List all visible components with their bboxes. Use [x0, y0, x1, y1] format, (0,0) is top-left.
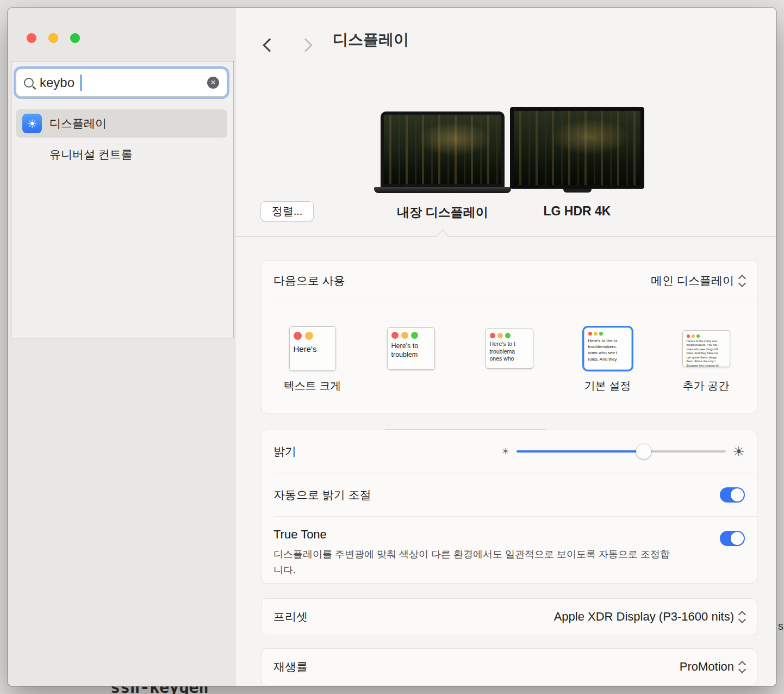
resolution-option-label: 텍스트 크게 [284, 379, 341, 393]
resolution-option-label: 기본 설정 [584, 379, 631, 393]
window-dot-icon [696, 334, 700, 338]
resolution-option-label: 추가 공간 [683, 379, 730, 393]
preview-text: Here's to the crazy one [687, 339, 726, 343]
search-input[interactable]: keybo [16, 69, 227, 97]
preview-text: Because they change th [687, 364, 726, 367]
window-dot-icon [588, 332, 592, 336]
auto-brightness-toggle[interactable] [720, 487, 745, 503]
close-button[interactable] [27, 33, 36, 43]
window-dot-icon [687, 334, 690, 338]
resolution-option-larger-text[interactable]: Here's 텍스트 크게 [288, 324, 338, 393]
search-icon [24, 78, 34, 88]
preset-label: 프리셋 [273, 609, 308, 624]
preview-text: Here's to the cr [588, 338, 627, 344]
preset-value: Apple XDR Display (P3-1600 nits) [554, 610, 734, 624]
resolution-card: 다음으로 사용 메인 디스플레이 Here's 텍스트 크게 [261, 260, 757, 413]
background-edge-text: s [778, 620, 783, 633]
resolution-options: Here's 텍스트 크게 Here's to troublem [262, 301, 757, 393]
preview-text: ones who [490, 355, 529, 363]
system-settings-window: keybo 디스플레이 유니버설 컨트롤 디스플레이 [8, 8, 776, 686]
external-display-thumbnail[interactable] [510, 107, 644, 189]
wallpaper-forest-image [514, 111, 640, 185]
resolution-preview: Here's [289, 326, 336, 371]
true-tone-text: True Tone 디스플레이를 주변광에 맞춰 색상이 다른 환경에서도 일관… [273, 528, 670, 578]
refresh-rate-card: 재생률 ProMotion [261, 648, 757, 685]
built-in-display-thumbnail[interactable] [381, 111, 505, 188]
search-results-panel: keybo 디스플레이 유니버설 컨트롤 [11, 61, 234, 338]
resolution-preview: Here's to the crazy one troublemakers. T… [682, 330, 730, 367]
resolution-option-3[interactable]: Here's to t troublema ones who [484, 324, 534, 393]
window-dot-icon [411, 332, 418, 339]
window-controls [27, 33, 80, 43]
external-display-name: LG HDR 4K [510, 204, 644, 219]
slider-thumb[interactable] [636, 444, 651, 459]
page-title: 디스플레이 [333, 29, 409, 50]
search-input-value: keybo [40, 75, 74, 90]
selected-display-pointer [435, 230, 449, 243]
use-as-label: 다음으로 사용 [273, 273, 345, 288]
preview-text: troublem [391, 350, 431, 359]
brightness-control: ☀ ☀ [501, 444, 745, 459]
preview-text: troublema [490, 348, 529, 356]
window-dot-icon [391, 332, 399, 339]
true-tone-toggle[interactable] [720, 531, 745, 546]
window-dot-icon [401, 332, 408, 339]
resolution-option-more-space[interactable]: Here's to the crazy one troublemakers. T… [681, 324, 731, 393]
use-as-value: 메인 디스플레이 [651, 273, 734, 288]
sidebar: keybo 디스플레이 유니버설 컨트롤 [8, 8, 235, 686]
search-result-label: 유니버설 컨트롤 [49, 147, 133, 162]
window-dot-icon [692, 334, 695, 338]
search-result-universal-control[interactable]: 유니버설 컨트롤 [16, 141, 227, 168]
preview-text: ones who see things dif [687, 348, 726, 351]
arrange-button[interactable]: 정렬... [260, 201, 314, 221]
window-dot-icon [594, 332, 598, 336]
chevron-right-icon [298, 38, 312, 52]
section-divider [235, 236, 776, 237]
preview-text: Here's [294, 344, 332, 354]
macbook-base [374, 187, 511, 193]
chevron-left-icon [263, 38, 276, 52]
preview-text: troublemakers. The rou [687, 343, 726, 347]
window-dot-icon [490, 333, 495, 338]
window-dot-icon [305, 332, 313, 340]
window-dot-icon [505, 333, 511, 338]
preview-text: rules. And they have no [687, 351, 726, 355]
resolution-preview-selected: Here's to the cr troublemakers. ones who… [584, 327, 632, 370]
refresh-rate-dropdown[interactable]: ProMotion [680, 660, 745, 674]
resolution-preview: Here's to t troublema ones who [486, 329, 533, 369]
true-tone-description: 디스플레이를 주변광에 맞춰 색상이 다른 환경에서도 일관적으로 보이도록 자… [273, 547, 670, 578]
brightness-slider[interactable] [517, 444, 726, 459]
search-result-displays[interactable]: 디스플레이 [16, 109, 227, 138]
brightness-high-icon: ☀ [733, 445, 745, 458]
preset-card: 프리셋 Apple XDR Display (P3-1600 nits) [261, 598, 757, 635]
display-brightness-icon [22, 114, 42, 133]
preview-text: can quote them, disagr [687, 356, 726, 360]
slider-fill [517, 450, 644, 453]
resolution-option-default[interactable]: Here's to the cr troublemakers. ones who… [583, 324, 633, 393]
auto-brightness-label: 자동으로 밝기 조절 [273, 487, 371, 503]
chevron-up-down-icon [739, 662, 745, 672]
resolution-preview: Here's to troublem [387, 327, 435, 370]
toggle-knob [731, 532, 744, 545]
window-dot-icon [294, 332, 302, 340]
use-as-dropdown[interactable]: 메인 디스플레이 [651, 273, 745, 288]
back-button[interactable] [259, 36, 277, 54]
resolution-option-2[interactable]: Here's to troublem [386, 324, 436, 393]
chevron-up-down-icon [739, 276, 745, 286]
text-caret [80, 75, 82, 91]
brightness-card: 밝기 ☀ ☀ 자동으로 밝기 조절 [261, 430, 757, 584]
clear-search-icon[interactable] [207, 77, 219, 89]
chevron-up-down-icon [739, 612, 745, 622]
window-dot-icon [599, 332, 603, 336]
forward-button[interactable] [298, 36, 316, 54]
built-in-display-name: 내장 디스플레이 [381, 204, 505, 221]
brightness-label: 밝기 [273, 444, 296, 459]
preview-text: Here's to t [490, 340, 529, 348]
minimize-button[interactable] [48, 33, 58, 43]
brightness-low-icon: ☀ [501, 447, 509, 456]
preset-dropdown[interactable]: Apple XDR Display (P3-1600 nits) [554, 610, 745, 624]
monitor-stand [563, 189, 592, 193]
window-dot-icon [497, 333, 503, 338]
zoom-button[interactable] [70, 33, 80, 43]
search-result-label: 디스플레이 [49, 116, 107, 131]
